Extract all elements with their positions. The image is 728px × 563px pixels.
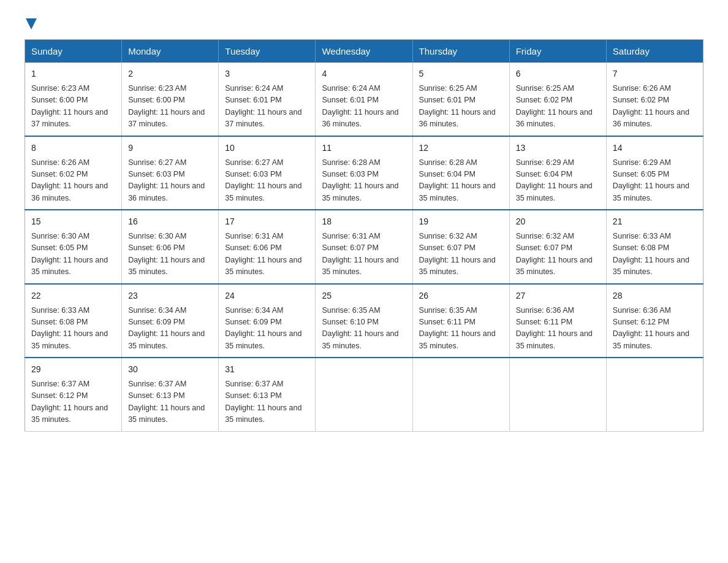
header-row: SundayMondayTuesdayWednesdayThursdayFrid… bbox=[25, 40, 703, 63]
day-cell: 21 Sunrise: 6:33 AM Sunset: 6:08 PM Dayl… bbox=[606, 210, 703, 284]
day-cell: 30 Sunrise: 6:37 AM Sunset: 6:13 PM Dayl… bbox=[122, 358, 219, 431]
day-info: Sunrise: 6:27 AM Sunset: 6:03 PM Dayligh… bbox=[225, 157, 309, 205]
day-cell: 17 Sunrise: 6:31 AM Sunset: 6:06 PM Dayl… bbox=[219, 210, 316, 284]
day-info: Sunrise: 6:23 AM Sunset: 6:00 PM Dayligh… bbox=[128, 83, 212, 131]
header-monday: Monday bbox=[122, 40, 219, 63]
day-number: 18 bbox=[322, 215, 406, 228]
day-info: Sunrise: 6:24 AM Sunset: 6:01 PM Dayligh… bbox=[225, 83, 309, 131]
calendar-body: 1 Sunrise: 6:23 AM Sunset: 6:00 PM Dayli… bbox=[25, 63, 703, 431]
day-number: 1 bbox=[31, 67, 115, 80]
day-cell: 20 Sunrise: 6:32 AM Sunset: 6:07 PM Dayl… bbox=[509, 210, 606, 284]
day-number: 22 bbox=[31, 289, 115, 302]
day-cell: 19 Sunrise: 6:32 AM Sunset: 6:07 PM Dayl… bbox=[412, 210, 509, 284]
day-cell: 25 Sunrise: 6:35 AM Sunset: 6:10 PM Dayl… bbox=[316, 284, 412, 358]
day-cell: 10 Sunrise: 6:27 AM Sunset: 6:03 PM Dayl… bbox=[219, 136, 316, 210]
day-cell: 18 Sunrise: 6:31 AM Sunset: 6:07 PM Dayl… bbox=[316, 210, 412, 284]
day-number: 12 bbox=[419, 142, 503, 155]
week-row-5: 29 Sunrise: 6:37 AM Sunset: 6:12 PM Dayl… bbox=[25, 358, 703, 431]
header-thursday: Thursday bbox=[412, 40, 509, 63]
day-info: Sunrise: 6:27 AM Sunset: 6:03 PM Dayligh… bbox=[128, 157, 212, 205]
week-row-2: 8 Sunrise: 6:26 AM Sunset: 6:02 PM Dayli… bbox=[25, 136, 703, 210]
day-number: 16 bbox=[128, 215, 212, 228]
header-sunday: Sunday bbox=[25, 40, 122, 63]
day-cell: 8 Sunrise: 6:26 AM Sunset: 6:02 PM Dayli… bbox=[25, 136, 122, 210]
day-number: 14 bbox=[613, 142, 697, 155]
header-saturday: Saturday bbox=[606, 40, 703, 63]
day-info: Sunrise: 6:29 AM Sunset: 6:05 PM Dayligh… bbox=[613, 157, 697, 205]
day-info: Sunrise: 6:36 AM Sunset: 6:12 PM Dayligh… bbox=[613, 305, 697, 353]
day-info: Sunrise: 6:31 AM Sunset: 6:07 PM Dayligh… bbox=[322, 231, 406, 278]
day-cell: 22 Sunrise: 6:33 AM Sunset: 6:08 PM Dayl… bbox=[25, 284, 122, 358]
day-info: Sunrise: 6:32 AM Sunset: 6:07 PM Dayligh… bbox=[419, 231, 503, 278]
day-number: 24 bbox=[225, 289, 309, 302]
day-number: 3 bbox=[225, 67, 309, 80]
logo bbox=[25, 18, 37, 27]
day-info: Sunrise: 6:34 AM Sunset: 6:09 PM Dayligh… bbox=[225, 305, 309, 353]
day-number: 2 bbox=[128, 67, 212, 80]
day-cell: 11 Sunrise: 6:28 AM Sunset: 6:03 PM Dayl… bbox=[316, 136, 412, 210]
day-number: 21 bbox=[613, 215, 697, 228]
day-info: Sunrise: 6:31 AM Sunset: 6:06 PM Dayligh… bbox=[225, 231, 309, 278]
day-info: Sunrise: 6:37 AM Sunset: 6:13 PM Dayligh… bbox=[225, 378, 309, 426]
day-info: Sunrise: 6:26 AM Sunset: 6:02 PM Dayligh… bbox=[31, 157, 115, 205]
day-info: Sunrise: 6:29 AM Sunset: 6:04 PM Dayligh… bbox=[516, 157, 600, 205]
day-info: Sunrise: 6:37 AM Sunset: 6:13 PM Dayligh… bbox=[128, 378, 212, 426]
day-number: 5 bbox=[419, 67, 503, 80]
day-number: 17 bbox=[225, 215, 309, 228]
day-cell: 3 Sunrise: 6:24 AM Sunset: 6:01 PM Dayli… bbox=[219, 63, 316, 136]
day-cell: 1 Sunrise: 6:23 AM Sunset: 6:00 PM Dayli… bbox=[25, 63, 122, 136]
day-info: Sunrise: 6:25 AM Sunset: 6:01 PM Dayligh… bbox=[419, 83, 503, 131]
day-number: 10 bbox=[225, 142, 309, 155]
day-number: 20 bbox=[516, 215, 600, 228]
day-info: Sunrise: 6:30 AM Sunset: 6:05 PM Dayligh… bbox=[31, 231, 115, 278]
day-number: 19 bbox=[419, 215, 503, 228]
day-cell: 7 Sunrise: 6:26 AM Sunset: 6:02 PM Dayli… bbox=[606, 63, 703, 136]
day-info: Sunrise: 6:32 AM Sunset: 6:07 PM Dayligh… bbox=[516, 231, 600, 278]
day-number: 31 bbox=[225, 363, 309, 376]
week-row-1: 1 Sunrise: 6:23 AM Sunset: 6:00 PM Dayli… bbox=[25, 63, 703, 136]
day-cell bbox=[316, 358, 412, 431]
day-number: 7 bbox=[613, 67, 697, 80]
day-number: 8 bbox=[31, 142, 115, 155]
day-cell bbox=[606, 358, 703, 431]
header-wednesday: Wednesday bbox=[316, 40, 412, 63]
day-number: 4 bbox=[322, 67, 406, 80]
day-cell: 31 Sunrise: 6:37 AM Sunset: 6:13 PM Dayl… bbox=[219, 358, 316, 431]
day-cell: 16 Sunrise: 6:30 AM Sunset: 6:06 PM Dayl… bbox=[122, 210, 219, 284]
calendar-table: SundayMondayTuesdayWednesdayThursdayFrid… bbox=[25, 39, 703, 432]
day-info: Sunrise: 6:23 AM Sunset: 6:00 PM Dayligh… bbox=[31, 83, 115, 131]
day-cell bbox=[412, 358, 509, 431]
day-number: 27 bbox=[516, 289, 600, 302]
week-row-3: 15 Sunrise: 6:30 AM Sunset: 6:05 PM Dayl… bbox=[25, 210, 703, 284]
day-cell: 6 Sunrise: 6:25 AM Sunset: 6:02 PM Dayli… bbox=[509, 63, 606, 136]
day-info: Sunrise: 6:25 AM Sunset: 6:02 PM Dayligh… bbox=[516, 83, 600, 131]
day-info: Sunrise: 6:33 AM Sunset: 6:08 PM Dayligh… bbox=[613, 231, 697, 278]
day-info: Sunrise: 6:37 AM Sunset: 6:12 PM Dayligh… bbox=[31, 378, 115, 426]
day-number: 25 bbox=[322, 289, 406, 302]
day-cell bbox=[509, 358, 606, 431]
day-info: Sunrise: 6:30 AM Sunset: 6:06 PM Dayligh… bbox=[128, 231, 212, 278]
day-info: Sunrise: 6:36 AM Sunset: 6:11 PM Dayligh… bbox=[516, 305, 600, 353]
page-header bbox=[25, 18, 703, 27]
day-cell: 23 Sunrise: 6:34 AM Sunset: 6:09 PM Dayl… bbox=[122, 284, 219, 358]
day-number: 11 bbox=[322, 142, 406, 155]
day-cell: 26 Sunrise: 6:35 AM Sunset: 6:11 PM Dayl… bbox=[412, 284, 509, 358]
day-number: 15 bbox=[31, 215, 115, 228]
day-info: Sunrise: 6:24 AM Sunset: 6:01 PM Dayligh… bbox=[322, 83, 406, 131]
day-number: 30 bbox=[128, 363, 212, 376]
day-number: 13 bbox=[516, 142, 600, 155]
week-row-4: 22 Sunrise: 6:33 AM Sunset: 6:08 PM Dayl… bbox=[25, 284, 703, 358]
day-number: 6 bbox=[516, 67, 600, 80]
day-cell: 28 Sunrise: 6:36 AM Sunset: 6:12 PM Dayl… bbox=[606, 284, 703, 358]
day-number: 26 bbox=[419, 289, 503, 302]
day-cell: 14 Sunrise: 6:29 AM Sunset: 6:05 PM Dayl… bbox=[606, 136, 703, 210]
day-cell: 24 Sunrise: 6:34 AM Sunset: 6:09 PM Dayl… bbox=[219, 284, 316, 358]
day-cell: 12 Sunrise: 6:28 AM Sunset: 6:04 PM Dayl… bbox=[412, 136, 509, 210]
header-tuesday: Tuesday bbox=[219, 40, 316, 63]
day-number: 9 bbox=[128, 142, 212, 155]
day-cell: 9 Sunrise: 6:27 AM Sunset: 6:03 PM Dayli… bbox=[122, 136, 219, 210]
header-friday: Friday bbox=[509, 40, 606, 63]
svg-marker-0 bbox=[26, 18, 37, 29]
day-info: Sunrise: 6:33 AM Sunset: 6:08 PM Dayligh… bbox=[31, 305, 115, 353]
day-number: 23 bbox=[128, 289, 212, 302]
